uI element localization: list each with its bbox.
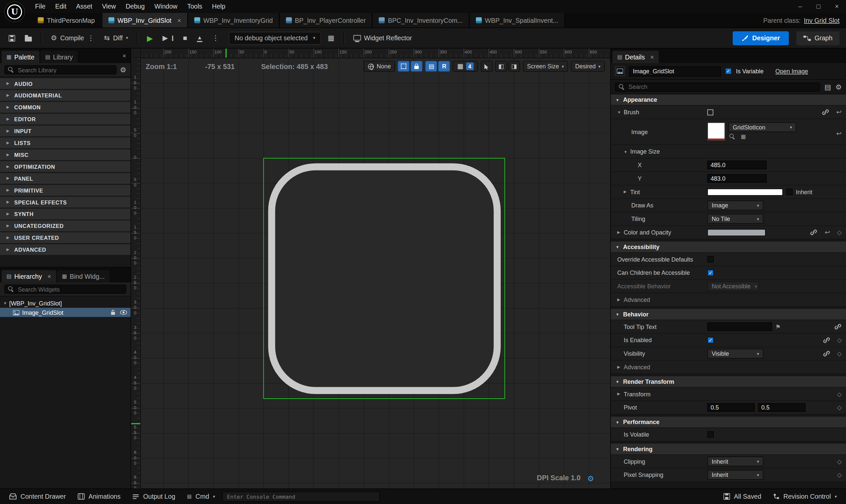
compile-button[interactable]: ⚙ Compile ⋮ xyxy=(48,30,98,46)
asset-tab[interactable]: BPC_Inv_InventoryCom... xyxy=(373,13,469,28)
asset-tab[interactable]: WBP_Inv_InventoryGrid xyxy=(188,13,279,28)
palette-search-input[interactable] xyxy=(17,66,113,74)
palette-category[interactable]: ▶OPTIMIZATION xyxy=(0,161,130,172)
select-tool-button[interactable] xyxy=(480,61,492,72)
lock-widgets-toggle[interactable] xyxy=(411,61,423,72)
behavior-advanced-expander[interactable]: ▶ Advanced xyxy=(611,361,846,374)
close-icon[interactable]: × xyxy=(123,52,126,59)
palette-category[interactable]: ▶ADVANCED xyxy=(0,244,130,255)
tree-item-image-gridslot[interactable]: Image_GridSlot xyxy=(0,308,130,317)
palette-settings-icon[interactable]: ⚙ xyxy=(120,66,126,73)
palette-category[interactable]: ▶PANEL xyxy=(0,173,130,184)
menu-item-tools[interactable]: Tools xyxy=(182,0,207,13)
graph-mode-button[interactable]: Graph xyxy=(796,31,840,45)
designer-viewport[interactable]: Zoom 1:1 -75 x 531 Selection: 485 x 483 … xyxy=(141,58,610,488)
tab-library[interactable]: ▤ Library xyxy=(40,51,78,63)
section-behavior[interactable]: ▼ Behavior xyxy=(611,309,846,320)
cmd-dropdown[interactable]: ▤ Cmd ▾ xyxy=(182,489,220,504)
close-icon[interactable]: × xyxy=(47,272,51,280)
revision-control-button[interactable]: Revision Control ▾ xyxy=(768,493,842,500)
accessible-behavior-dropdown[interactable]: Not Accessible ▾ xyxy=(707,282,759,291)
reset-to-default-icon[interactable]: ↩ xyxy=(836,108,842,116)
bind-chain-icon[interactable] xyxy=(810,229,817,236)
is-enabled-checkbox[interactable]: ✓ xyxy=(707,337,714,343)
color-opacity-swatch[interactable] xyxy=(707,229,765,236)
bind-chain-icon[interactable] xyxy=(823,336,830,344)
pixel-snapping-dropdown[interactable]: Inherit ▾ xyxy=(707,470,763,480)
tab-thirdpersonmap[interactable]: ThirdPersonMap xyxy=(30,13,102,28)
bind-chain-icon[interactable] xyxy=(823,350,830,357)
browse-to-asset-button[interactable] xyxy=(21,30,35,46)
menu-item-debug[interactable]: Debug xyxy=(121,0,149,13)
diff-button[interactable]: ⇆ Diff ▾ xyxy=(101,30,131,46)
selection-outline[interactable] xyxy=(263,158,505,399)
section-performance[interactable]: ▼ Performance xyxy=(611,417,846,428)
sequencer-keyframe-icon[interactable]: ◇ xyxy=(837,404,842,411)
expand-arrow-icon[interactable]: ▼ xyxy=(617,110,624,114)
stop-button[interactable]: ■ xyxy=(180,30,190,46)
compile-options-icon[interactable]: ⋮ xyxy=(87,34,94,41)
palette-category[interactable]: ▶MISC xyxy=(0,149,130,160)
sequencer-keyframe-icon[interactable]: ◇ xyxy=(837,471,842,478)
pivot-y-input[interactable] xyxy=(758,403,806,412)
override-accessible-defaults-checkbox[interactable] xyxy=(707,256,714,263)
expand-arrow-icon[interactable]: ▼ xyxy=(3,301,7,305)
sequencer-keyframe-icon[interactable]: ◇ xyxy=(837,229,842,236)
palette-category[interactable]: ▶USER CREATED xyxy=(0,232,130,243)
lock-icon[interactable] xyxy=(111,309,116,316)
grid-snap-dropdown[interactable]: ▦ 4 xyxy=(453,61,478,72)
reset-to-default-icon[interactable]: ↩ xyxy=(825,229,830,236)
widget-reflector-button[interactable]: Widget Reflector xyxy=(350,30,415,46)
fill-rule-dropdown[interactable]: Desired ▾ xyxy=(571,61,605,72)
expand-arrow-icon[interactable]: ▶ xyxy=(617,230,624,234)
tiling-dropdown[interactable]: No Tile ▾ xyxy=(707,214,763,223)
menu-item-window[interactable]: Window xyxy=(150,0,182,13)
settings-gear-icon[interactable]: ⚙ xyxy=(835,83,842,90)
close-icon[interactable]: × xyxy=(650,53,654,61)
console-command-input[interactable] xyxy=(222,491,380,502)
unreal-logo-icon[interactable]: U xyxy=(4,2,25,22)
expand-arrow-icon[interactable]: ▶ xyxy=(617,392,624,396)
maximize-icon[interactable]: □ xyxy=(809,0,828,13)
palette-category[interactable]: ▶AUDIO xyxy=(0,78,130,89)
sequencer-keyframe-icon[interactable]: ◇ xyxy=(837,390,842,397)
accessibility-advanced-expander[interactable]: ▶ Advanced xyxy=(611,293,846,307)
tab-bind-widgets[interactable]: ▦ Bind Widg... xyxy=(57,270,110,283)
visibility-dropdown[interactable]: Visible ▾ xyxy=(707,349,763,358)
browse-asset-icon[interactable]: ▦ xyxy=(741,134,746,140)
layout-mode-toggle[interactable]: ▤ xyxy=(425,61,437,72)
display-options-icon[interactable]: ▤ xyxy=(825,83,831,90)
expand-arrow-icon[interactable]: ▶ xyxy=(623,190,630,194)
is-variable-checkbox[interactable]: ✓ xyxy=(725,68,732,75)
minimize-icon[interactable]: – xyxy=(791,0,809,13)
can-children-be-accessible-checkbox[interactable]: ✓ xyxy=(707,270,714,276)
respect-locks-toggle[interactable]: R xyxy=(438,61,450,72)
clipping-dropdown[interactable]: Inherit ▾ xyxy=(707,456,763,466)
palette-category[interactable]: ▶COMMON xyxy=(0,102,130,113)
debug-browse-button[interactable]: ▦ xyxy=(324,30,338,46)
save-button[interactable] xyxy=(5,30,18,46)
expand-arrow-icon[interactable]: ▼ xyxy=(623,150,630,153)
tab-close-button[interactable]: × xyxy=(177,17,181,24)
palette-category[interactable]: ▶AUDIOMATERIAL xyxy=(0,90,130,101)
image-size-y-input[interactable] xyxy=(707,174,767,183)
menu-item-file[interactable]: File xyxy=(30,0,50,13)
sequencer-keyframe-icon[interactable]: ◇ xyxy=(837,350,842,357)
bind-chain-icon[interactable] xyxy=(822,108,829,116)
localization-preview-dropdown[interactable]: None xyxy=(364,61,395,72)
tint-inherit-checkbox[interactable] xyxy=(786,188,793,195)
content-drawer-button[interactable]: Content Drawer xyxy=(4,489,71,504)
bind-chain-icon[interactable] xyxy=(834,323,842,330)
open-image-link[interactable]: Open Image xyxy=(775,68,808,75)
palette-category[interactable]: ▶LISTS xyxy=(0,138,130,148)
tab-details[interactable]: ▤ Details × xyxy=(612,51,659,63)
palette-category[interactable]: ▶SYNTH xyxy=(0,209,130,220)
is-volatile-checkbox[interactable] xyxy=(707,431,714,438)
parent-class-link[interactable]: Inv Grid Slot xyxy=(804,17,840,24)
asset-tab[interactable]: WBP_Inv_SpatialInvent... xyxy=(470,13,564,28)
frame-skip-button[interactable]: ▶ xyxy=(159,30,176,46)
details-search-input[interactable] xyxy=(628,83,816,90)
tint-color-swatch[interactable] xyxy=(707,188,783,195)
dash-outline-toggle[interactable] xyxy=(398,61,410,72)
asset-tab[interactable]: WBP_Inv_GridSlot× xyxy=(103,13,188,28)
